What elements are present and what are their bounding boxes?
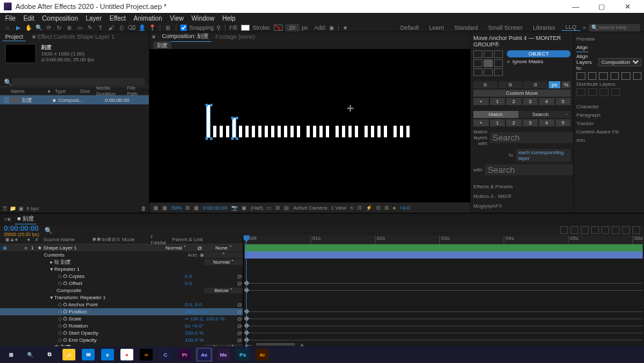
menu-animation[interactable]: Animation xyxy=(131,15,164,22)
viewer-bar[interactable] xyxy=(393,126,397,137)
mpreset-plus[interactable]: + xyxy=(473,119,489,126)
taskbar-app[interactable]: ● xyxy=(118,348,135,362)
z-input[interactable]: 0 xyxy=(524,81,547,88)
timeline-row[interactable]: ▸ 短 刻度Normal ˅ xyxy=(0,259,243,266)
tl-search-icon[interactable]: 🔍 xyxy=(44,227,52,234)
match-button[interactable]: Match xyxy=(473,111,518,118)
unit-px[interactable]: px xyxy=(549,81,560,88)
tl-tool-graph[interactable] xyxy=(622,226,630,234)
current-timecode[interactable]: 0:00:00:00 xyxy=(4,224,39,232)
mpreset-3[interactable]: 3 xyxy=(523,119,538,126)
flowchart-icon[interactable]: ⊞ xyxy=(384,205,389,211)
align-left-icon[interactable] xyxy=(576,72,585,80)
viewer-bar[interactable] xyxy=(348,126,352,137)
composition-viewer[interactable] xyxy=(149,49,470,202)
help-search[interactable]: 🔍 xyxy=(589,24,640,32)
taskbar-app[interactable]: Ps xyxy=(234,348,251,362)
tl-tool-2[interactable] xyxy=(571,226,578,234)
hand-tool-icon[interactable]: ✋ xyxy=(24,24,32,32)
workspace-learn[interactable]: Learn xyxy=(425,25,448,31)
match-more[interactable]: · xyxy=(563,111,571,118)
align-to-dropdown[interactable]: Composition xyxy=(598,58,641,66)
workspace-more-icon[interactable]: » xyxy=(583,25,586,31)
menu-effect[interactable]: Effect xyxy=(107,15,128,22)
toggle-icon[interactable]: ● xyxy=(507,59,510,64)
menu-window[interactable]: Window xyxy=(189,15,217,22)
keyframe-icon[interactable] xyxy=(244,280,249,286)
taskbar-app[interactable]: e xyxy=(99,348,116,362)
timeline-row[interactable]: ◇Ö Start Opacity100.0 %@ xyxy=(0,329,243,337)
guide-icon[interactable]: ▤ xyxy=(284,205,289,211)
mpreset-1[interactable]: 1 xyxy=(490,119,506,126)
timeline-row[interactable]: ◇Ö Rotation0x +0.0°@ xyxy=(0,322,243,329)
col-name[interactable]: Name xyxy=(11,88,45,94)
project-item[interactable]: 刻度 ■ Composi... 0:00:06:00 xyxy=(0,95,149,104)
zoom-slider[interactable] xyxy=(256,343,295,346)
panel-effects[interactable]: Effects & Presets xyxy=(473,182,571,191)
rect-tool-icon[interactable]: ▭ xyxy=(76,24,84,32)
stamp-tool-icon[interactable]: ⎙ xyxy=(117,24,125,32)
search-button[interactable]: Search xyxy=(518,111,564,118)
trash-icon[interactable]: 🗑 xyxy=(141,206,146,211)
taskbar-app[interactable]: C xyxy=(157,348,174,362)
viewer-bar[interactable] xyxy=(377,126,381,137)
panel-caf[interactable]: Content-Aware Fill xyxy=(576,128,641,136)
viewer-bar[interactable] xyxy=(326,126,329,137)
anchor-grid[interactable] xyxy=(473,50,503,76)
timeline-icon[interactable]: ⊟ xyxy=(376,205,381,211)
menu-composition[interactable]: Composition xyxy=(39,15,80,22)
view-dropdown[interactable]: 1 View xyxy=(331,205,346,211)
viewer-bar[interactable] xyxy=(297,126,300,137)
timeline-row[interactable]: ◇Ö Anchor Point0.0, 0.0@ xyxy=(0,301,243,308)
viewer-bar[interactable] xyxy=(336,126,339,137)
text-tool-icon[interactable]: T xyxy=(97,24,104,32)
viewer-bar[interactable] xyxy=(319,126,323,137)
channel-icon[interactable]: ▣ xyxy=(242,205,247,211)
mpreset-5[interactable]: 5 xyxy=(556,119,571,126)
mpreset-2[interactable]: 2 xyxy=(506,119,522,126)
eraser-tool-icon[interactable]: ⌫ xyxy=(128,24,135,32)
col-mode[interactable]: Mode xyxy=(119,237,147,242)
custom-move-button[interactable]: Custom Move xyxy=(473,90,571,97)
star-tool-icon[interactable]: ★ xyxy=(343,25,348,31)
fast-preview-icon[interactable]: ⚡ xyxy=(366,205,372,211)
roto-tool-icon[interactable]: 👤 xyxy=(138,24,146,32)
taskbar-app[interactable]: ⧉ xyxy=(41,348,58,362)
anchor-tool-icon[interactable]: ⊕ xyxy=(66,24,73,32)
magnify-icon2[interactable]: ▦ xyxy=(162,205,167,211)
col-size[interactable]: Size xyxy=(80,88,93,94)
panel-info[interactable]: Info xyxy=(576,136,641,144)
work-area-bar[interactable] xyxy=(245,244,643,251)
menu-file[interactable]: File xyxy=(3,15,18,22)
timeline-row[interactable]: ▾ Transform: Repeater 1 xyxy=(0,294,243,301)
viewer-bar[interactable] xyxy=(284,126,287,137)
taskbar-app[interactable]: ⊞ xyxy=(3,348,19,362)
zoom-dropdown[interactable]: 50% xyxy=(171,205,182,211)
mpreset-4[interactable]: 4 xyxy=(539,119,554,126)
label-color[interactable] xyxy=(4,97,9,103)
res-grid-icon[interactable]: ⊞ xyxy=(185,205,190,211)
preset-5[interactable]: 5 xyxy=(556,98,571,105)
viewer-bar[interactable] xyxy=(406,126,410,137)
taskbar-app[interactable]: Me xyxy=(215,348,232,362)
viewer-bar[interactable] xyxy=(245,126,249,137)
workspace-libs[interactable]: Libraries xyxy=(529,25,559,31)
project-search-input[interactable] xyxy=(12,78,145,86)
keyframe-icon[interactable] xyxy=(244,330,249,335)
tl-tool-fx[interactable] xyxy=(601,226,609,234)
close-button[interactable]: ✕ xyxy=(614,3,640,11)
viewer-bar[interactable] xyxy=(313,126,316,137)
menu-edit[interactable]: Edit xyxy=(21,15,37,22)
viewer-bar[interactable] xyxy=(342,126,345,137)
snap-icon[interactable]: ⚲ xyxy=(216,25,221,31)
magnify-icon[interactable]: ▦ xyxy=(153,205,158,211)
tab-effect-controls[interactable]: ■ Effect Controls Shape Layer 1 xyxy=(30,33,117,41)
viewer-bar[interactable] xyxy=(265,126,268,137)
time-ruler[interactable]: :00f01s02s03s04s05s06s xyxy=(243,235,644,244)
keyframe-icon[interactable] xyxy=(244,288,249,293)
taskbar-app[interactable]: ∞ xyxy=(138,348,155,362)
taskbar-app[interactable]: Ai xyxy=(254,348,270,362)
comp-flowchart[interactable]: 刻度 xyxy=(153,41,171,50)
selection-tool-icon[interactable]: ▶ xyxy=(14,24,22,32)
grid-icon[interactable]: ⊞ xyxy=(276,205,280,211)
